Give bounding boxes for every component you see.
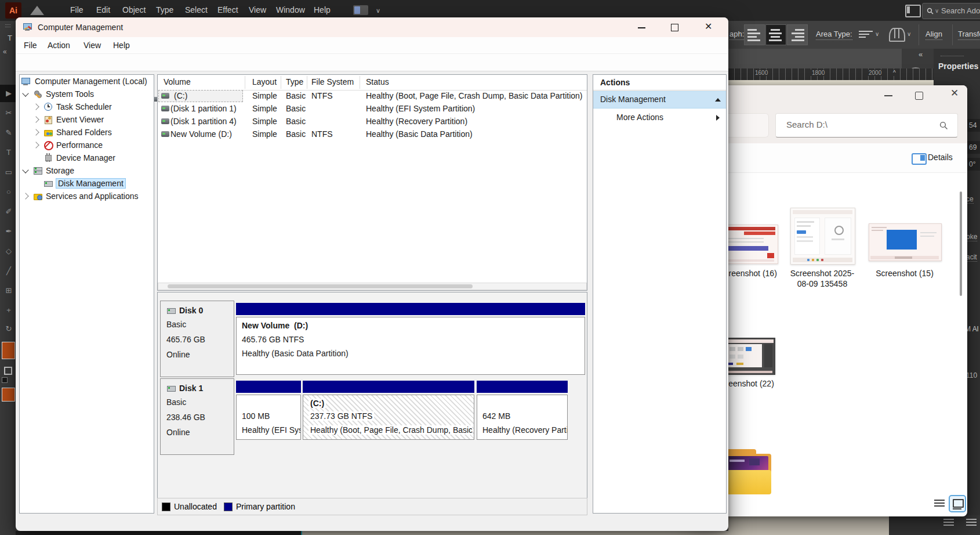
volume-row[interactable]: (Disk 1 partition 4) Simple Basic Health… xyxy=(158,115,587,128)
align-center-button[interactable] xyxy=(765,24,786,45)
collapse-panels-icon[interactable]: « xyxy=(919,50,923,59)
close-button[interactable]: ✕ xyxy=(950,87,959,99)
disk1-partition-efi[interactable]: 100 MB Healthy (EFI System Partition) xyxy=(236,395,301,440)
transform-x-value[interactable]: 54 xyxy=(967,119,980,132)
actions-group-disk-management[interactable]: Disk Management xyxy=(593,91,726,109)
arrange-documents-icon[interactable] xyxy=(905,5,921,17)
stroke-swatch-icon[interactable] xyxy=(4,367,12,375)
collapse-panel-icon[interactable]: « xyxy=(3,48,7,56)
ai-menu-edit[interactable]: Edit xyxy=(96,5,110,15)
disk1-label-box[interactable]: Disk 1 Basic 238.46 GB Online xyxy=(160,378,234,455)
ai-menu-effect[interactable]: Effect xyxy=(217,5,238,15)
horizontal-scrollbar[interactable] xyxy=(158,283,587,290)
pen-tool-icon[interactable]: ✎ xyxy=(2,126,15,139)
more-actions-item[interactable]: More Actions xyxy=(593,110,726,125)
line-options-icon[interactable] xyxy=(859,30,873,38)
scrollbar-thumb[interactable] xyxy=(168,284,473,288)
minimize-button[interactable] xyxy=(884,95,892,96)
file-thumbnail[interactable] xyxy=(869,223,942,261)
cm-menu-action[interactable]: Action xyxy=(48,41,70,50)
column-volume[interactable]: Volume xyxy=(164,77,191,86)
shaper-tool-icon[interactable]: ◇ xyxy=(2,245,15,258)
disk0-label-box[interactable]: Disk 0 Basic 465.76 GB Online xyxy=(160,301,234,377)
align-right-button[interactable] xyxy=(787,24,808,45)
panel-menu-icon[interactable] xyxy=(966,519,977,526)
list-view-toggle-icon[interactable] xyxy=(934,500,945,508)
explorer-search-input[interactable]: Search D:\ xyxy=(775,113,958,138)
fill-color-swatch[interactable] xyxy=(2,342,15,359)
tree-item-device-manager[interactable]: Device Manager xyxy=(20,152,149,165)
color-swatch-2[interactable] xyxy=(2,388,15,402)
ellipse-tool-icon[interactable]: ○ xyxy=(2,186,15,198)
chevron-collapsed-icon[interactable] xyxy=(32,103,39,110)
details-button[interactable]: Details xyxy=(928,153,953,162)
address-bar-fragment[interactable] xyxy=(725,113,769,138)
rotate-tool-icon[interactable]: ↻ xyxy=(2,323,15,335)
properties-panel-title[interactable]: Properties xyxy=(938,62,978,71)
cm-menu-help[interactable]: Help xyxy=(113,41,130,50)
minimize-button[interactable] xyxy=(638,27,645,28)
chevron-collapsed-icon[interactable] xyxy=(32,116,39,122)
swap-colors-icon[interactable] xyxy=(2,377,8,383)
file-label[interactable]: Screenshot 2025-08-09 135458 xyxy=(787,268,857,289)
chevron-collapsed-icon[interactable] xyxy=(32,142,39,148)
chevron-expanded-icon[interactable] xyxy=(22,90,28,96)
envelope-warp-icon[interactable] xyxy=(889,28,905,42)
maximize-button[interactable] xyxy=(915,92,923,100)
ai-menu-file[interactable]: File xyxy=(70,5,84,15)
selection-tool-icon[interactable]: ▶ xyxy=(2,87,15,100)
chevron-collapsed-icon[interactable] xyxy=(32,129,39,135)
grid-tool-icon[interactable]: ⊞ xyxy=(2,284,15,297)
large-icons-view-toggle[interactable] xyxy=(949,495,966,512)
column-type[interactable]: Type xyxy=(286,77,303,86)
ai-menu-object[interactable]: Object xyxy=(122,5,146,15)
warp-chevron-icon[interactable]: ∨ xyxy=(907,31,911,37)
tree-item-system-tools[interactable]: System Tools xyxy=(20,88,149,101)
type-tool-icon[interactable]: T xyxy=(2,146,15,159)
maximize-button[interactable] xyxy=(671,24,678,31)
rectangle-tool-icon[interactable]: ▭ xyxy=(2,166,15,179)
column-file-system[interactable]: File System xyxy=(311,77,354,86)
volume-row[interactable]: New Volume (D:) Simple Basic NTFS Health… xyxy=(158,128,587,140)
collapse-group-icon[interactable] xyxy=(715,98,721,102)
tree-item-storage[interactable]: Storage xyxy=(20,165,149,178)
transform-y-value[interactable]: 69 xyxy=(967,141,980,154)
volume-row[interactable]: (Disk 1 partition 1) Simple Basic Health… xyxy=(158,102,587,115)
tree-item-services-applications[interactable]: Services and Applications xyxy=(20,190,149,203)
tree-item-shared-folders[interactable]: Shared Folders xyxy=(20,126,149,139)
cm-menu-view[interactable]: View xyxy=(84,41,101,50)
scroll-up-icon[interactable]: ^ xyxy=(892,70,897,76)
line-tool-icon[interactable]: ╱ xyxy=(2,265,15,277)
details-pane-icon[interactable] xyxy=(912,153,927,165)
tree-item-task-scheduler[interactable]: Task Scheduler xyxy=(20,101,149,114)
line-options-chevron-icon[interactable]: ∨ xyxy=(875,31,879,37)
ai-menu-select[interactable]: Select xyxy=(185,5,208,15)
column-status[interactable]: Status xyxy=(366,77,389,86)
ai-menu-type[interactable]: Type xyxy=(156,5,173,15)
ai-help-search[interactable]: ∨ Search Ado xyxy=(922,3,980,19)
artboard-tool-icon[interactable]: + xyxy=(2,304,15,317)
ai-menu-view[interactable]: View xyxy=(249,5,266,15)
workspace-chevron-icon[interactable]: ∨ xyxy=(376,7,380,15)
ai-menu-window[interactable]: Window xyxy=(276,5,305,15)
brush-tool-icon[interactable]: ✐ xyxy=(2,205,15,218)
column-layout[interactable]: Layout xyxy=(252,77,277,86)
folder-icon[interactable] xyxy=(724,447,771,494)
align-panel-tab[interactable]: Align xyxy=(925,30,942,40)
tree-item-event-viewer[interactable]: Event Viewer xyxy=(20,114,149,126)
pencil-tool-icon[interactable]: ✒ xyxy=(2,225,15,238)
tree-item-performance[interactable]: Performance xyxy=(20,139,149,152)
scrollbar[interactable] xyxy=(960,191,962,296)
disk1-partition-recovery[interactable]: 642 MB Healthy (Recovery Partition) xyxy=(477,395,568,440)
file-label[interactable]: Screenshot (15) xyxy=(864,268,945,279)
align-left-button[interactable] xyxy=(744,24,765,45)
volume-row[interactable]: (C:) Simple Basic NTFS Healthy (Boot, Pa… xyxy=(158,89,587,102)
cm-menu-file[interactable]: File xyxy=(24,41,37,50)
direct-selection-tool-icon[interactable]: ✂ xyxy=(2,107,15,120)
tree-item-computer-management[interactable]: Computer Management (Local) xyxy=(20,75,149,88)
ai-menu-help[interactable]: Help xyxy=(314,5,331,15)
workspace-switcher-icon[interactable] xyxy=(353,5,368,15)
chevron-expanded-icon[interactable] xyxy=(22,167,28,173)
tree-item-disk-management[interactable]: Disk Management xyxy=(20,178,149,190)
disk1-partition-c-selected[interactable]: (C:) 237.73 GB NTFS Healthy (Boot, Page … xyxy=(303,395,474,440)
